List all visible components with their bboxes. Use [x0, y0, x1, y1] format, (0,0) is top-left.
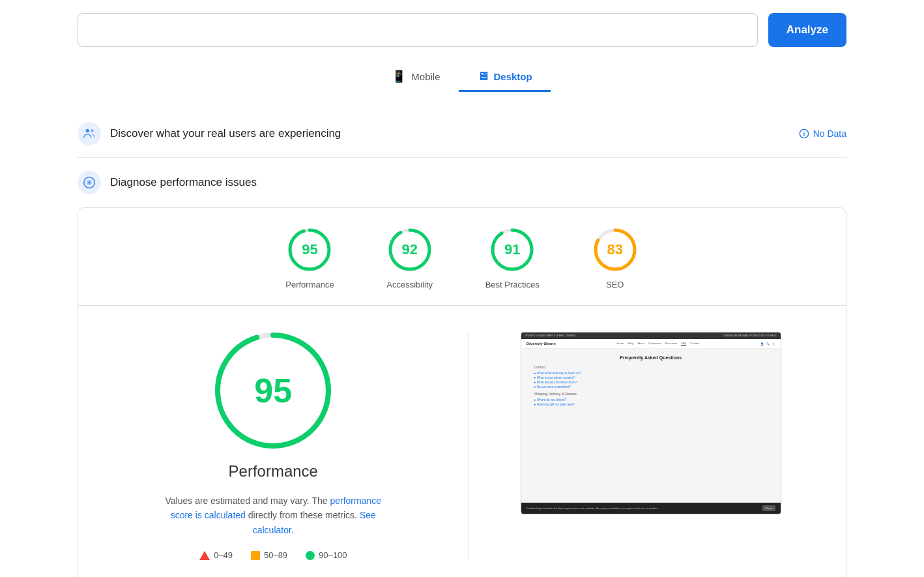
preview-faq-item-6: ▸ How long will my order take? — [534, 403, 768, 406]
score-circle-accessibility: 92 — [386, 226, 433, 273]
url-bar-row: https://q7ychdkdaz3fiq8z-41281880214.sho… — [78, 13, 846, 47]
detail-left: 95 Performance Values are estimated and … — [117, 332, 469, 560]
preview-faq-item-4: ▸ Do you have a storefront? — [534, 385, 768, 389]
score-value-seo: 83 — [607, 241, 623, 258]
nav-home: Home — [616, 342, 624, 346]
desktop-label: Desktop — [494, 71, 532, 82]
score-value-best-practices: 91 — [504, 241, 520, 258]
preview-cookie-text: Cookies help us deliver the best experie… — [527, 507, 659, 510]
preview-faq-item-3: ▸ What are your business hours? — [534, 381, 768, 384]
no-data-indicator[interactable]: No Data — [799, 128, 846, 139]
description-mid: directly from these metrics. — [246, 510, 360, 520]
preview-top-bar-right: DOMAINS MEDIA EMAIL PROMOTIONS STORAGE — [723, 334, 776, 337]
preview-search-icon: 🔍 — [766, 342, 770, 346]
diagnose-title: Diagnose performance issues — [110, 176, 257, 189]
score-legend: 0–49 50–89 90–100 — [199, 550, 347, 560]
score-value-accessibility: 92 — [401, 241, 417, 258]
score-label-seo: SEO — [606, 280, 624, 289]
diagnose-section: Diagnose performance issues 95 Performan… — [78, 171, 846, 577]
detail-score-title: Performance — [229, 462, 318, 481]
preview-cookie-bar: Cookies help us deliver the best experie… — [521, 503, 781, 514]
preview-faq-item-5: ▸ Where do you ship to? — [534, 398, 768, 402]
big-score-value: 95 — [254, 371, 292, 410]
preview-faq-item-2: ▸ What is your phone number? — [534, 376, 768, 379]
svg-point-7 — [89, 182, 91, 184]
legend-needs-improvement: 50–89 — [251, 550, 287, 560]
analyze-button[interactable]: Analyze — [768, 13, 846, 47]
preview-account-icon: 👤 — [760, 342, 764, 346]
score-value-performance: 95 — [302, 241, 317, 258]
score-item-accessibility[interactable]: 92 Accessibility — [386, 226, 433, 289]
real-users-icon-wrapper — [78, 122, 101, 145]
info-icon — [799, 128, 809, 139]
preview-contact-head: Contact — [534, 365, 768, 369]
score-label-best-practices: Best Practices — [485, 280, 540, 289]
legend-orange-icon — [251, 551, 260, 560]
diagnose-icon — [82, 175, 96, 190]
score-label-performance: Performance — [285, 280, 334, 289]
score-circle-best-practices: 91 — [489, 226, 536, 273]
desktop-icon: 🖥 — [477, 70, 489, 83]
real-users-title: Discover what your real users are experi… — [110, 127, 341, 140]
legend-bad: 0–49 — [199, 550, 233, 560]
legend-orange-range: 50–89 — [264, 550, 287, 560]
description-end: . — [291, 525, 294, 535]
mobile-label: Mobile — [411, 71, 440, 82]
score-item-best-practices[interactable]: 91 Best Practices — [485, 226, 540, 289]
preview-nav-icons: 👤 🔍 🛒 — [760, 342, 775, 346]
detail-panel: 95 Performance Values are estimated and … — [78, 306, 846, 577]
url-input[interactable]: https://q7ychdkdaz3fiq8z-41281880214.sho… — [78, 13, 758, 47]
nav-contact: Contact — [690, 342, 699, 346]
diagnose-header: Diagnose performance issues — [78, 171, 846, 194]
nav-resources: Resources — [665, 342, 677, 346]
desktop-toggle-button[interactable]: 🖥 Desktop — [459, 63, 551, 92]
detail-right: DIVERSITY BEANS SAMPLE THEME - THEMES DO… — [495, 332, 807, 560]
users-icon — [82, 126, 96, 141]
legend-good: 90–100 — [306, 550, 347, 560]
score-label-accessibility: Accessibility — [386, 280, 433, 289]
score-circle-seo: 83 — [592, 226, 639, 273]
device-toggle: 📱 Mobile 🖥 Desktop — [78, 63, 846, 92]
mobile-icon: 📱 — [392, 69, 406, 83]
score-container: 95 Performance 92 Accessibility — [78, 207, 846, 577]
no-data-label: No Data — [813, 128, 846, 139]
preview-top-nav-bar: DIVERSITY BEANS SAMPLE THEME - THEMES DO… — [521, 333, 781, 339]
legend-green-range: 90–100 — [319, 550, 347, 560]
mobile-toggle-button[interactable]: 📱 Mobile — [373, 63, 458, 92]
nav-customers: Customers — [648, 342, 661, 346]
nav-shop: Shop — [628, 342, 633, 346]
preview-cart-icon: 🛒 — [772, 342, 775, 346]
score-item-seo[interactable]: 83 SEO — [592, 226, 639, 289]
preview-faq-item-1: ▸ What is the best way to reach us? — [534, 372, 768, 375]
preview-screenshot: DIVERSITY BEANS SAMPLE THEME - THEMES DO… — [521, 332, 781, 514]
svg-point-1 — [91, 129, 94, 132]
preview-logo: Diversity Beans — [527, 342, 556, 346]
description-plain: Values are estimated and may vary. The — [166, 496, 330, 506]
real-users-section: Discover what your real users are experi… — [78, 110, 846, 158]
svg-point-0 — [86, 129, 90, 133]
legend-green-icon — [306, 551, 315, 560]
score-item-performance[interactable]: 95 Performance — [285, 226, 334, 289]
preview-top-bar-left: DIVERSITY BEANS SAMPLE THEME - THEMES — [525, 334, 575, 337]
detail-description: Values are estimated and may vary. The p… — [162, 494, 384, 537]
nav-about: About — [637, 342, 644, 346]
preview-faq-content: Frequently Asked Questions Contact ▸ Wha… — [521, 349, 781, 414]
legend-bad-range: 0–49 — [214, 550, 233, 560]
legend-bad-icon — [199, 551, 210, 560]
preview-store-nav: Diversity Beans Home Shop About Customer… — [521, 339, 781, 349]
preview-faq-title: Frequently Asked Questions — [534, 355, 768, 360]
score-circle-performance: 95 — [286, 226, 333, 273]
nav-faq: FAQ — [681, 342, 686, 346]
score-row: 95 Performance 92 Accessibility — [78, 208, 846, 306]
preview-nav-links: Home Shop About Customers Resources FAQ … — [616, 342, 699, 346]
preview-cookie-btn: Close — [762, 505, 775, 511]
real-users-left: Discover what your real users are experi… — [78, 122, 341, 145]
preview-shipping-head: Shipping, Delivery, & Returns — [534, 392, 768, 396]
diagnose-icon-wrapper — [78, 171, 101, 194]
big-score-circle: 95 — [214, 332, 332, 449]
